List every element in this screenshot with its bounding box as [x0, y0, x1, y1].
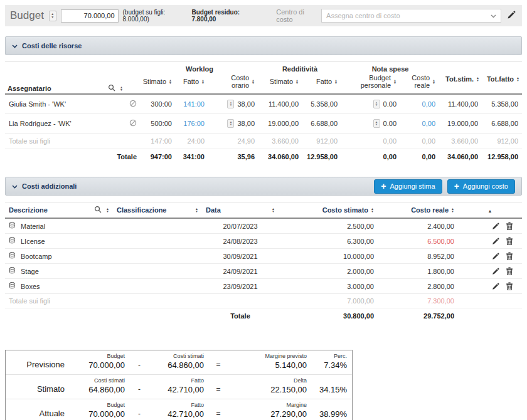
sort-icon[interactable]: ▲▼ [334, 79, 338, 84]
sort-icon[interactable]: ▲▼ [371, 207, 374, 213]
sort-icon[interactable]: ▲▼ [432, 79, 435, 84]
assignee-name: Giulia Smith - 'WK' [5, 94, 125, 114]
wl-done-cell: 24:00 [176, 134, 208, 149]
wl-estimated-cell[interactable]: 300:00 [141, 94, 176, 114]
hourly-cost-stepper[interactable]: ▲▼ [227, 100, 234, 108]
real-cost-link[interactable]: 0,00 [422, 120, 435, 127]
block-icon[interactable] [125, 114, 141, 134]
cost-row: LIcense 24/08/2023 6.300,00 6.500,00 [5, 234, 522, 249]
cost-icon [9, 266, 17, 276]
cost-row: Stage 24/09/2021 2.000,00 1.800,00 [5, 264, 522, 279]
col-header-wl-estimated[interactable]: Stimato▲▼ [141, 73, 176, 94]
pencil-icon [507, 11, 516, 21]
cost-date: 24/09/2021 [202, 264, 279, 279]
personal-budget-value[interactable]: 0.00 [383, 120, 397, 127]
operator-equals: = [209, 374, 228, 399]
personal-budget-stepper[interactable]: ▲▼ [373, 119, 380, 128]
wl-done-link[interactable]: 141:00 [183, 100, 205, 108]
add-cost-button[interactable]: + Aggiungi costo [447, 179, 515, 194]
budget-stepper[interactable]: ▲▼ [49, 11, 56, 21]
cost-real: 2.400,00 [378, 218, 458, 234]
col-header-real-cost[interactable]: Costo reale▲▼ [400, 73, 439, 94]
sort-icon[interactable]: ▲▼ [451, 207, 454, 213]
col-header-profit-done[interactable]: Fatto▲▼ [302, 73, 341, 94]
sort-icon[interactable]: ▲▼ [120, 86, 123, 91]
block-icon[interactable] [125, 94, 141, 114]
real-cost-link[interactable]: 0,00 [422, 100, 435, 108]
search-icon[interactable] [108, 84, 115, 93]
col-header-tot-done[interactable]: Tot.fatto▲▼ [482, 62, 522, 95]
col-header-personal-budget[interactable]: Budget personale▲▼ [341, 73, 400, 94]
edit-icon[interactable] [492, 268, 499, 275]
summary-cell: 34.15% [312, 374, 352, 399]
sort-icon[interactable]: ▲▼ [195, 207, 198, 213]
col-header-real-cost[interactable]: Costo reale▲▼ [378, 202, 458, 219]
section-additional-costs[interactable]: Costi addizionali + Aggiungi stima + Agg… [5, 177, 522, 196]
col-header-description[interactable]: Descrizione ▲▼ [5, 202, 113, 219]
cost-icon [9, 251, 17, 261]
col-header-profit-estimated[interactable]: Stimato▲▼ [258, 73, 302, 94]
col-header-date[interactable]: Data▲▼ [202, 202, 279, 219]
personal-budget-value[interactable]: 0.00 [383, 100, 397, 108]
budget-page: Budget ▲▼ (budget su figli: 8.000,00) Bu… [0, 0, 527, 420]
search-icon[interactable] [94, 206, 102, 214]
section-resource-costs[interactable]: Costi delle risorse [5, 36, 522, 55]
edit-icon[interactable] [492, 283, 499, 290]
cost-row: Boxes 23/09/2021 3.000,00 2.800,00 [5, 279, 522, 294]
budget-input[interactable] [61, 9, 119, 23]
edit-icon[interactable] [492, 223, 499, 230]
sort-icon[interactable]: ▲▼ [295, 79, 299, 84]
grand-total-row: Totale 947:00 341:00 35,96 34.060,00 12.… [5, 149, 522, 165]
delete-icon[interactable] [506, 282, 513, 290]
summary-cell: Perc. 7.34% [312, 350, 352, 374]
resource-row: Giulia Smith - 'WK' 300:00 141:00 ▲▼38,0… [5, 94, 522, 114]
col-header-tot-estimated[interactable]: Tot.stim.▲▼ [439, 62, 482, 95]
delete-icon[interactable] [506, 267, 513, 275]
hourly-cost-value: 35,96 [208, 149, 258, 165]
sort-icon[interactable]: ▲▼ [516, 76, 519, 81]
col-header-sort-indicator[interactable]: ▲ [458, 202, 522, 219]
profit-estimated-cell: 3.660,00 [258, 134, 302, 149]
summary-col-header: Costi stimati [173, 353, 204, 359]
summary-cell: Costi stimati 64.860,00 [149, 350, 209, 374]
summary-col-header: Perc. [334, 353, 347, 359]
col-header-estimated-cost[interactable]: Costo stimato▲▼ [279, 202, 378, 219]
personal-budget-stepper[interactable]: ▲▼ [373, 100, 380, 108]
wl-done-link[interactable]: 176:00 [183, 120, 205, 127]
summary-value: 42.710,00 [168, 409, 204, 419]
sort-icon[interactable]: ▲▼ [106, 207, 109, 213]
edit-budget-button[interactable] [506, 9, 517, 23]
summary-col-header: Budget [107, 402, 125, 408]
hourly-cost-value[interactable]: 38,00 [237, 100, 255, 108]
tot-estimated-cell: 3.660,00 [439, 134, 482, 149]
summary-percent: 34.15% [319, 385, 347, 394]
add-estimate-button[interactable]: + Aggiungi stima [374, 179, 442, 194]
sort-icon[interactable]: ▲▼ [393, 79, 397, 84]
sort-icon[interactable]: ▲▼ [169, 79, 172, 84]
delete-icon[interactable] [506, 252, 513, 260]
col-header-classification[interactable]: Classificazione▲▼ [113, 202, 202, 219]
col-header-hourly-cost[interactable]: Costo orario▲▼ [208, 73, 258, 94]
cost-description: LIcense [21, 238, 45, 245]
sort-icon[interactable]: ▲▼ [272, 207, 275, 213]
summary-cell: Fatto 42.710,00 [149, 374, 209, 399]
col-header-wl-done[interactable]: Fatto▲▼ [176, 73, 208, 94]
grand-total-label: Totale [5, 149, 141, 165]
delete-icon[interactable] [506, 222, 513, 230]
cost-description: Bootcamp [21, 253, 52, 260]
cost-row: Material 20/07/2023 2.500,00 2.400,00 [5, 218, 522, 234]
delete-icon[interactable] [506, 237, 513, 245]
wl-done-cell: 341:00 [176, 149, 208, 165]
cost-estimated: 3.000,00 [279, 279, 378, 294]
edit-icon[interactable] [492, 253, 499, 260]
edit-icon[interactable] [492, 238, 499, 245]
cost-center-select[interactable]: Assegna centro di costo [321, 9, 501, 23]
sort-icon[interactable]: ▲▼ [252, 79, 255, 84]
wl-estimated-cell[interactable]: 500:00 [141, 114, 176, 134]
sort-icon[interactable]: ▲▼ [476, 76, 479, 81]
col-header-assignee[interactable]: Assegnatario ▲▼ [5, 62, 125, 95]
hourly-cost-stepper[interactable]: ▲▼ [227, 119, 234, 128]
hourly-cost-value[interactable]: 38,00 [237, 120, 255, 127]
sort-icon[interactable]: ▲▼ [201, 79, 205, 84]
cost-estimated: 6.300,00 [279, 234, 378, 249]
